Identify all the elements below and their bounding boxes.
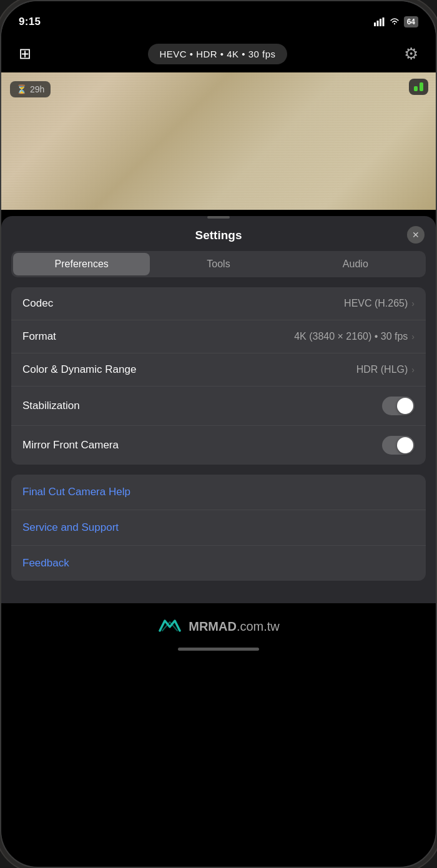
links-group: Final Cut Camera Help Service and Suppor… [11, 475, 426, 581]
tab-preferences-label: Preferences [55, 259, 109, 269]
rec-indicator [409, 79, 428, 95]
storage-time: 29h [30, 84, 44, 94]
mirror-front-camera-toggle-knob [397, 437, 413, 453]
mirror-front-camera-row: Mirror Front Camera [11, 426, 426, 465]
camera-toolbar: ⊞ HEVC • HDR • 4K • 30 fps ⚙ [1, 35, 436, 72]
codec-label: Codec [22, 297, 53, 310]
rec-bar-2 [420, 82, 423, 91]
settings-group: Codec HEVC (H.265) › Format 4K (3840 × 2… [11, 287, 426, 465]
service-support-text: Service and Support [22, 521, 119, 533]
format-value-text: 4K (3840 × 2160) • 30 fps [294, 331, 408, 342]
codec-chevron: › [411, 298, 415, 308]
format-chevron: › [411, 332, 415, 342]
tab-tools[interactable]: Tools [150, 253, 287, 275]
tab-audio-label: Audio [343, 259, 368, 269]
phone-frame: 9:15 64 ⊞ [0, 0, 437, 868]
codec-value: HEVC (H.265) › [344, 298, 415, 309]
wifi-icon [389, 17, 400, 26]
stabilization-row: Stabilization [11, 387, 426, 426]
color-range-label: Color & Dynamic Range [22, 363, 136, 376]
codec-value-text: HEVC (H.265) [344, 298, 408, 309]
sheet-title: Settings [195, 229, 242, 242]
color-range-value-text: HDR (HLG) [356, 364, 408, 375]
settings-sheet: Settings ✕ Preferences Tools Audio [1, 216, 436, 603]
tab-bar: Preferences Tools Audio [11, 251, 426, 277]
gear-icon[interactable]: ⚙ [404, 44, 418, 64]
close-icon: ✕ [412, 230, 420, 240]
bottom-area: MRMAD.com.tw [1, 603, 436, 657]
final-cut-help-text: Final Cut Camera Help [22, 486, 130, 498]
format-row[interactable]: Format 4K (3840 × 2160) • 30 fps › [11, 320, 426, 353]
hourglass-icon: ⏳ [16, 84, 27, 94]
brand-domain: .com.tw [237, 619, 280, 633]
mirror-front-camera-label: Mirror Front Camera [22, 439, 119, 451]
color-range-value: HDR (HLG) › [356, 364, 415, 375]
final-cut-help-link[interactable]: Final Cut Camera Help [11, 475, 426, 510]
feedback-text: Feedback [22, 557, 69, 569]
status-time: 9:15 [19, 16, 41, 28]
codec-row[interactable]: Codec HEVC (H.265) › [11, 287, 426, 320]
status-icons: 64 [374, 16, 418, 27]
tab-preferences[interactable]: Preferences [13, 253, 150, 275]
brand-name: MRMAD.com.tw [189, 619, 280, 634]
stabilization-label: Stabilization [22, 400, 80, 412]
battery-indicator: 64 [404, 16, 418, 27]
camera-add-icon[interactable]: ⊞ [19, 45, 31, 62]
svg-rect-3 [382, 17, 384, 26]
svg-rect-2 [380, 19, 381, 26]
tab-tools-label: Tools [207, 259, 230, 269]
color-range-chevron: › [411, 365, 415, 375]
stabilization-toggle-knob [397, 398, 413, 414]
mirror-front-camera-toggle[interactable] [382, 436, 415, 455]
close-button[interactable]: ✕ [407, 226, 425, 244]
storage-badge: ⏳ 29h [10, 81, 51, 97]
sheet-header: Settings ✕ [1, 219, 436, 251]
battery-level: 64 [407, 17, 415, 26]
signal-icon [374, 17, 385, 26]
format-label: Format [22, 330, 56, 343]
feedback-link[interactable]: Feedback [11, 546, 426, 581]
rec-bar-1 [414, 86, 418, 91]
status-bar: 9:15 64 [1, 1, 436, 35]
svg-rect-1 [376, 21, 378, 26]
home-indicator [178, 648, 259, 651]
brand-main: MRMAD [189, 619, 237, 633]
format-value: 4K (3840 × 2160) • 30 fps › [294, 331, 415, 342]
camera-viewfinder: ⏳ 29h [1, 72, 436, 210]
stabilization-toggle[interactable] [382, 397, 415, 415]
phone-screen: 9:15 64 ⊞ [1, 1, 436, 867]
recording-spec-pill[interactable]: HEVC • HDR • 4K • 30 fps [148, 44, 287, 64]
color-range-row[interactable]: Color & Dynamic Range HDR (HLG) › [11, 353, 426, 387]
brand-container: MRMAD.com.tw [157, 616, 280, 638]
service-support-link[interactable]: Service and Support [11, 510, 426, 546]
tab-audio[interactable]: Audio [287, 253, 424, 275]
brand-logo-icon [157, 616, 182, 638]
rec-bars [414, 82, 423, 91]
svg-rect-0 [374, 22, 376, 26]
dynamic-island [181, 7, 256, 27]
